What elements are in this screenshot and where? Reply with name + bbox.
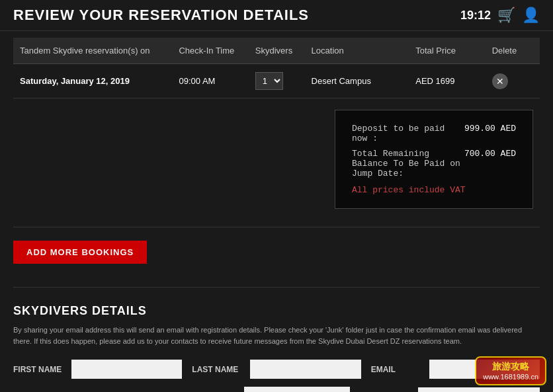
table-row: Saturday, January 12, 2019 09:00 AM 1 2 … (13, 64, 540, 98)
watermark: 旅游攻略 www.1681989.cn (475, 356, 546, 385)
header-controls: 19:12 🛒 👤 (460, 7, 540, 24)
page-header: REVIEW YOUR RESERVATION DETAILS 19:12 🛒 … (0, 0, 553, 31)
deposit-label: Deposit to be paid now : (352, 124, 464, 143)
first-name-label: FIRST NAME (13, 365, 66, 374)
balance-amount: 700.00 AED (464, 149, 516, 178)
delete-cell: ✕ (486, 64, 540, 98)
page-title: REVIEW YOUR RESERVATION DETAILS (13, 7, 309, 24)
total-price: AED 1699 (409, 64, 485, 98)
first-name-input[interactable] (71, 360, 182, 379)
deposit-row: Deposit to be paid now : 999.00 AED (352, 124, 516, 143)
time-display: 19:12 (460, 9, 491, 22)
col-delete: Delete (486, 38, 540, 64)
skydivers-select[interactable]: 1 2 3 4 5 (255, 72, 283, 90)
first-name-group: FIRST NAME (13, 360, 182, 379)
reservation-table: Tandem Skydive reservation(s) on Check-I… (13, 38, 540, 227)
mobile-group: MOBILE (360, 387, 540, 392)
vat-note: All prices include VAT (352, 185, 516, 195)
checkin-time: 09:00 AM (172, 64, 248, 98)
country-group: COUNTRY United Arab Emirates United Stat… (186, 387, 350, 392)
section-divider (13, 287, 540, 288)
form-row-1: FIRST NAME LAST NAME EMAIL (13, 360, 540, 379)
cart-icon[interactable]: 🛒 (497, 7, 515, 24)
last-name-group: LAST NAME (192, 360, 361, 379)
last-name-label: LAST NAME (192, 365, 245, 374)
skydivers-section: SKYDIVERS DETAILS By sharing your email … (13, 297, 540, 392)
col-location: Location (305, 38, 409, 64)
reservation-date: Saturday, January 12, 2019 (13, 64, 172, 98)
skydivers-description: By sharing your email address this will … (13, 325, 540, 346)
balance-row: Total Remaining Balance To Be Paid on Ju… (352, 149, 516, 178)
user-icon[interactable]: 👤 (522, 7, 540, 24)
col-reservation: Tandem Skydive reservation(s) on (13, 38, 172, 64)
deposit-amount: 999.00 AED (464, 124, 516, 143)
balance-label: Total Remaining Balance To Be Paid on Ju… (352, 149, 464, 178)
delete-button[interactable]: ✕ (492, 73, 508, 89)
form-row-2: COUNTRY United Arab Emirates United Stat… (13, 387, 540, 392)
col-checkin: Check-In Time (172, 38, 248, 64)
add-bookings-button[interactable]: ADD MORE BOOKINGS (13, 241, 147, 264)
skydivers-section-title: SKYDIVERS DETAILS (13, 304, 540, 318)
col-price: Total Price (409, 38, 485, 64)
pricing-row: Deposit to be paid now : 999.00 AED Tota… (13, 98, 540, 227)
pricing-box: Deposit to be paid now : 999.00 AED Tota… (335, 110, 533, 209)
country-select[interactable]: United Arab Emirates United States Unite… (244, 387, 350, 392)
watermark-text1: 旅游攻略 (492, 361, 529, 373)
mobile-input[interactable] (418, 387, 540, 392)
location-cell: Desert Campus (305, 64, 409, 98)
watermark-box: 旅游攻略 www.1681989.cn (475, 356, 546, 385)
skydivers-cell: 1 2 3 4 5 (249, 64, 305, 98)
watermark-text2: www.1681989.cn (483, 373, 538, 381)
email-label: EMAIL (371, 365, 424, 374)
main-content: Tandem Skydive reservation(s) on Check-I… (0, 31, 553, 392)
last-name-input[interactable] (250, 360, 361, 379)
col-skydivers: Skydivers (249, 38, 305, 64)
